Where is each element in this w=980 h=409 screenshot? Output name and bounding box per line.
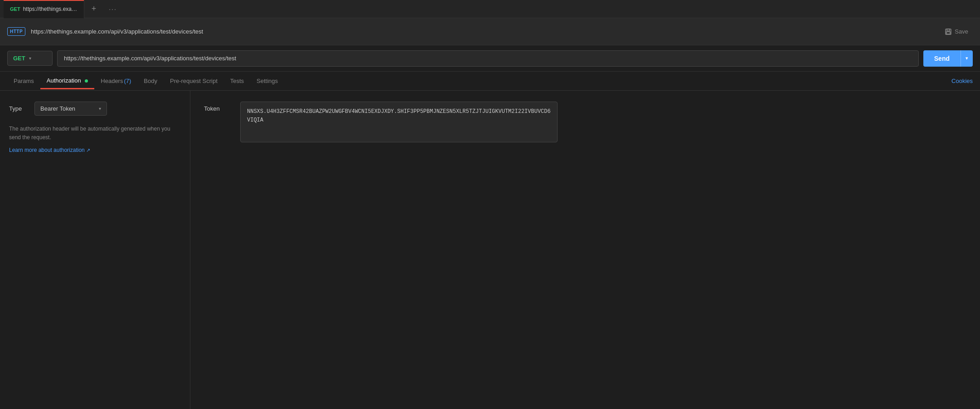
tab-body[interactable]: Body	[137, 73, 164, 89]
save-label: Save	[955, 28, 968, 35]
method-selector[interactable]: GET ▾	[7, 51, 53, 66]
svg-rect-1	[947, 29, 950, 31]
auth-description: The authorization header will be automat…	[9, 125, 181, 142]
url-bar-display: https://thethings.example.com/api/v3/app…	[31, 28, 935, 35]
add-tab-button[interactable]: +	[88, 2, 100, 15]
tab-bar: GET https://thethings.example... + ···	[0, 0, 980, 18]
token-input-area: NNSXS.U4H3ZFFCMSR42BUAZPW2UWGFBV4WCNI5EX…	[240, 102, 966, 398]
tab-actions: + ···	[88, 2, 121, 15]
token-label: Token	[204, 102, 227, 398]
save-button[interactable]: Save	[940, 25, 973, 38]
svg-rect-2	[946, 32, 950, 34]
more-tabs-button[interactable]: ···	[105, 4, 121, 15]
url-input[interactable]	[57, 50, 919, 67]
tab-method-label: GET	[10, 6, 20, 12]
tab-pre-request-script[interactable]: Pre-request Script	[164, 73, 224, 89]
tab-headers[interactable]: Headers(7)	[94, 73, 137, 89]
send-button-group: Send ▾	[923, 50, 973, 67]
type-label: Type	[9, 105, 27, 112]
learn-more-link[interactable]: Learn more about authorization↗	[9, 147, 90, 153]
request-tab[interactable]: GET https://thethings.example...	[4, 0, 84, 18]
headers-count: (7)	[124, 78, 131, 84]
send-dropdown-button[interactable]: ▾	[961, 50, 973, 67]
method-text: GET	[13, 55, 25, 62]
main-content: Type Bearer Token ▾ The authorization he…	[0, 91, 980, 409]
tab-authorization[interactable]: Authorization	[40, 73, 95, 89]
tab-tests[interactable]: Tests	[224, 73, 250, 89]
cookies-button[interactable]: Cookies	[951, 78, 973, 84]
tab-params[interactable]: Params	[7, 73, 40, 89]
tabs-navigation: Params Authorization Headers(7) Body Pre…	[0, 72, 980, 91]
send-button[interactable]: Send	[923, 50, 961, 67]
request-bar: GET ▾ Send ▾	[0, 45, 980, 72]
external-link-icon: ↗	[86, 147, 90, 153]
authorization-active-dot	[85, 79, 88, 83]
auth-type-value: Bearer Token	[40, 105, 95, 112]
type-row: Type Bearer Token ▾	[9, 102, 181, 116]
http-badge: HTTP	[7, 27, 25, 36]
save-icon	[945, 28, 952, 35]
method-chevron-icon: ▾	[29, 56, 31, 61]
auth-right-panel: Token NNSXS.U4H3ZFFCMSR42BUAZPW2UWGFBV4W…	[190, 91, 980, 409]
auth-left-panel: Type Bearer Token ▾ The authorization he…	[0, 91, 190, 409]
tab-settings[interactable]: Settings	[250, 73, 284, 89]
token-textarea[interactable]: NNSXS.U4H3ZFFCMSR42BUAZPW2UWGFBV4WCNI5EX…	[240, 102, 558, 142]
auth-type-chevron-icon: ▾	[99, 106, 101, 111]
url-bar-section: HTTP https://thethings.example.com/api/v…	[0, 18, 980, 45]
tab-url-label: https://thethings.example...	[23, 6, 78, 12]
auth-type-selector[interactable]: Bearer Token ▾	[34, 102, 107, 116]
